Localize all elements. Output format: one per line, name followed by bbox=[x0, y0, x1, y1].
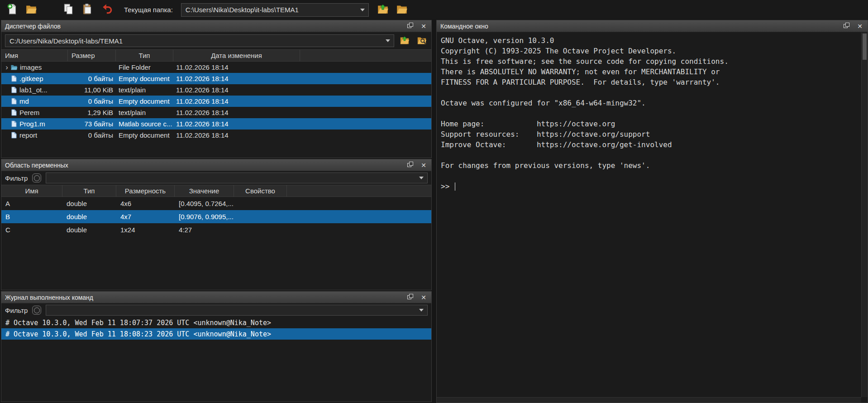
file-column-header-3[interactable]: Дата изменения bbox=[173, 50, 300, 61]
undock-icon bbox=[407, 23, 413, 30]
close-button[interactable]: ✕ bbox=[856, 22, 864, 30]
file-row[interactable]: Prog1.m73 байтыMatlab source c...11.02.2… bbox=[1, 118, 431, 130]
command-window-content[interactable]: GNU Octave, version 10.3.0Copyright (C) … bbox=[437, 33, 861, 397]
close-button[interactable]: ✕ bbox=[420, 293, 428, 302]
command-output-line bbox=[441, 150, 861, 160]
workspace-row[interactable]: Cdouble1x244:27 bbox=[1, 223, 431, 236]
file-table-header: ИмяРазмерТипДата изменения bbox=[1, 49, 431, 62]
file-row[interactable]: lab1_ot...11,00 KiBtext/plain11.02.2026 … bbox=[1, 84, 431, 96]
folder-up-button[interactable] bbox=[375, 2, 391, 18]
filter-checkbox[interactable] bbox=[32, 173, 41, 182]
file-name: lab1_ot... bbox=[19, 86, 48, 94]
file-size: 1,29 KiB bbox=[68, 109, 116, 116]
folder-icon bbox=[396, 3, 408, 16]
scrollbar-thumb[interactable] bbox=[863, 34, 867, 60]
file-date: 11.02.2026 18:14 bbox=[173, 63, 300, 71]
file-size: 73 байты bbox=[68, 120, 116, 128]
command-output-line: Support resources: https://octave.org/su… bbox=[441, 129, 861, 139]
history-filter-combobox[interactable] bbox=[46, 305, 428, 316]
command-output-line: Home page: https://octave.org bbox=[441, 119, 861, 129]
command-output: GNU Octave, version 10.3.0Copyright (C) … bbox=[441, 35, 861, 181]
variable-value: 4:27 bbox=[175, 223, 234, 236]
workspace-filter-combobox[interactable] bbox=[46, 173, 428, 183]
variable-dimension: 4x6 bbox=[116, 197, 175, 210]
new-script-button[interactable] bbox=[5, 2, 20, 18]
filter-label: Фильтр bbox=[5, 307, 28, 314]
history-titlebar[interactable]: Журнал выполненных команд ✕ bbox=[1, 292, 431, 303]
open-file-button[interactable] bbox=[24, 2, 39, 18]
filter-checkbox[interactable] bbox=[32, 306, 41, 315]
variable-name: A bbox=[1, 197, 62, 210]
file-browser-pathbar: C:/Users/Nika/Desktop/it-labs/TEMA1 bbox=[1, 32, 431, 49]
file-size: 0 байты bbox=[68, 97, 116, 105]
close-button[interactable]: ✕ bbox=[420, 22, 428, 30]
command-output-line bbox=[441, 108, 861, 119]
filter-label: Фильтр bbox=[5, 174, 28, 182]
workspace-column-header-1[interactable]: Тип bbox=[62, 185, 116, 197]
variable-type: double bbox=[62, 210, 116, 223]
undock-button[interactable] bbox=[842, 22, 850, 30]
paste-button[interactable] bbox=[80, 2, 95, 18]
undock-icon bbox=[407, 294, 413, 301]
file-column-header-1[interactable]: Размер bbox=[68, 50, 116, 61]
chevron-down-icon bbox=[419, 177, 424, 179]
file-type: Empty document bbox=[116, 75, 173, 82]
file-type: Empty document bbox=[116, 131, 173, 139]
command-window-panel: Командное окно ✕ GNU Octave, version 10.… bbox=[436, 20, 868, 403]
workspace-titlebar[interactable]: Область переменных ✕ bbox=[1, 159, 431, 171]
workspace-filter-row: Фильтр bbox=[1, 171, 431, 185]
workspace-row[interactable]: Bdouble4x7[0.9076, 0.9095,... bbox=[1, 210, 431, 223]
file-path-combobox[interactable]: C:/Users/Nika/Desktop/it-labs/TEMA1 bbox=[5, 34, 394, 47]
browse-directories-button[interactable] bbox=[415, 34, 429, 47]
workspace-column-header-4[interactable]: Свойство bbox=[234, 185, 287, 197]
copy-button[interactable] bbox=[61, 2, 76, 18]
undo-icon bbox=[101, 3, 113, 16]
undo-button[interactable] bbox=[100, 2, 115, 18]
file-row[interactable]: .gitkeep0 байтыEmpty document11.02.2026 … bbox=[1, 73, 431, 84]
variable-name: C bbox=[1, 223, 62, 236]
file-row[interactable]: md0 байтыEmpty document11.02.2026 18:14 bbox=[1, 96, 431, 107]
command-window-titlebar[interactable]: Командное окно ✕ bbox=[437, 20, 868, 32]
history-entry[interactable]: # Octave 10.3.0, Wed Feb 11 18:08:23 202… bbox=[1, 328, 431, 340]
file-name-cell: lab1_ot... bbox=[1, 86, 68, 94]
expand-arrow-icon[interactable]: › bbox=[3, 64, 10, 71]
command-output-line: There is ABSOLUTELY NO WARRANTY; not eve… bbox=[441, 67, 861, 77]
folder-search-icon bbox=[417, 35, 427, 47]
history-entries: # Octave 10.3.0, Wed Feb 11 18:07:37 202… bbox=[1, 317, 431, 340]
current-folder-combobox[interactable]: C:\Users\Nika\Desktop\it-labs\TEMA1 bbox=[181, 3, 369, 17]
open-folder-icon bbox=[25, 3, 37, 16]
chevron-down-icon bbox=[386, 39, 390, 42]
close-icon: ✕ bbox=[421, 23, 426, 30]
undock-button[interactable] bbox=[406, 161, 414, 169]
file-row[interactable]: ›imagesFile Folder11.02.2026 18:14 bbox=[1, 62, 431, 73]
command-window-title: Командное окно bbox=[440, 23, 488, 30]
panel-buttons: ✕ bbox=[406, 22, 428, 30]
file-name: md bbox=[19, 97, 29, 105]
horizontal-scrollbar[interactable] bbox=[437, 397, 861, 403]
file-column-header-2[interactable]: Тип bbox=[116, 50, 173, 61]
file-column-header-0[interactable]: Имя bbox=[1, 50, 68, 61]
workspace-column-header-0[interactable]: Имя bbox=[1, 185, 62, 197]
history-entry[interactable]: # Octave 10.3.0, Wed Feb 11 18:07:37 202… bbox=[1, 317, 431, 328]
browse-folder-button[interactable] bbox=[394, 2, 410, 18]
command-output-line: This is free software; see the source co… bbox=[441, 56, 861, 67]
undock-button[interactable] bbox=[406, 22, 414, 30]
file-row[interactable]: report0 байтыEmpty document11.02.2026 18… bbox=[1, 130, 431, 141]
workspace-column-header-2[interactable]: Размерность bbox=[116, 185, 175, 197]
workspace-row[interactable]: Adouble4x6[0.4095, 0.7264,... bbox=[1, 197, 431, 210]
close-icon: ✕ bbox=[421, 294, 426, 301]
current-folder-path: C:\Users\Nika\Desktop\it-labs\TEMA1 bbox=[186, 6, 299, 14]
file-row[interactable]: Perem1,29 KiBtext/plain11.02.2026 18:14 bbox=[1, 107, 431, 118]
prompt: >> bbox=[441, 182, 454, 191]
file-name-cell: Perem bbox=[1, 109, 68, 116]
vertical-scrollbar[interactable] bbox=[861, 33, 868, 397]
close-button[interactable]: ✕ bbox=[420, 161, 428, 169]
workspace-column-header-3[interactable]: Значение bbox=[175, 185, 234, 197]
command-output-line: For changes from previous versions, type… bbox=[441, 160, 861, 171]
variable-attribute bbox=[234, 223, 287, 236]
undock-button[interactable] bbox=[406, 293, 414, 302]
file-browser-titlebar[interactable]: Диспетчер файлов ✕ bbox=[1, 20, 431, 32]
directory-up-button[interactable] bbox=[398, 34, 411, 47]
undock-icon bbox=[844, 23, 849, 30]
command-output-line: Copyright (C) 1993-2025 The Octave Proje… bbox=[441, 46, 861, 56]
